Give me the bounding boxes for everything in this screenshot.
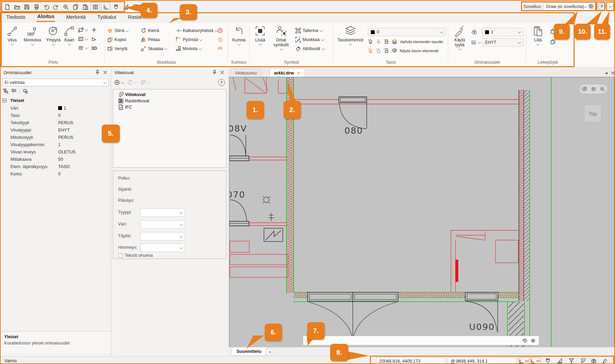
close-document-icon[interactable] xyxy=(610,70,615,76)
tekstit-ohuena-checkbox[interactable] xyxy=(118,253,123,258)
kayta-tyylia-button[interactable]: Käytä tyyliä xyxy=(450,25,469,50)
copy-icon[interactable] xyxy=(71,2,80,11)
vari-select[interactable] xyxy=(140,220,185,229)
tree-item-viitekuvat[interactable]: Viitekuvat xyxy=(118,92,226,98)
hatch-tool-button[interactable] xyxy=(78,35,88,42)
ribbon-collapse-chevron-icon[interactable] xyxy=(607,3,613,9)
erase-style-button[interactable] xyxy=(217,36,223,43)
menu-rasta[interactable]: Rasta xyxy=(127,14,142,22)
property-row[interactable]: Mittakaava50 xyxy=(2,156,109,163)
kopioi-button[interactable]: Kopioi xyxy=(107,36,126,43)
property-row[interactable]: Elem. läpinäkyvyysTASO xyxy=(2,163,109,171)
property-row[interactable]: MitoitustyyliPERUS xyxy=(2,134,109,141)
element-color-select[interactable]: 1 xyxy=(482,28,524,36)
tallenna-symboli-button[interactable]: Tallenna xyxy=(295,27,322,34)
viewcube-top-button[interactable]: Top xyxy=(584,104,601,122)
settings-gear-icon[interactable] xyxy=(587,3,594,10)
sketch-toggle[interactable] xyxy=(600,357,610,364)
property-row[interactable]: Taso0 xyxy=(2,112,109,119)
lisaa-symboli-button[interactable]: Lisää xyxy=(252,25,268,46)
layer-fade-icon[interactable] xyxy=(376,48,381,54)
property-row[interactable]: Väri1 xyxy=(2,104,109,112)
layer-on-icon[interactable] xyxy=(368,39,373,45)
pyorista-button[interactable]: Pyöristä xyxy=(176,36,202,43)
set-square-toggle[interactable] xyxy=(554,357,565,364)
magnet-snap-icon[interactable] xyxy=(111,2,120,11)
peilaa-button[interactable]: Peilaa xyxy=(141,36,159,43)
tasotoiminnot-button[interactable]: Tasotoiminnot xyxy=(335,25,366,46)
magnet-snap-toggle[interactable] xyxy=(543,357,553,364)
help-icon[interactable]: ? xyxy=(218,79,225,86)
liita-button[interactable]: Liitä xyxy=(530,25,546,46)
attach-reference-button[interactable] xyxy=(140,80,149,85)
offset-button[interactable] xyxy=(217,45,223,52)
pin-icon[interactable] xyxy=(212,70,217,75)
refresh-reference-button[interactable] xyxy=(127,80,137,85)
tab-list-icon[interactable] xyxy=(604,70,609,76)
view-settings-icon[interactable] xyxy=(582,86,587,92)
layer-unlock-icon[interactable] xyxy=(384,48,389,54)
layer-lock-icon[interactable] xyxy=(384,39,389,45)
tab-arkki-drw[interactable]: arkki.drw xyxy=(270,69,305,77)
help-icon[interactable]: ? xyxy=(598,3,606,10)
menu-aloitus[interactable]: Aloitus xyxy=(37,13,55,22)
copy-with-basepoint-button[interactable] xyxy=(550,38,556,45)
property-row[interactable]: TekstityyliPERUS xyxy=(2,119,109,127)
delete-element-button[interactable] xyxy=(217,27,223,34)
rgb-color-button[interactable] xyxy=(472,29,477,35)
collapse-group-icon[interactable] xyxy=(2,98,8,103)
zoom-extents-icon[interactable] xyxy=(600,86,605,92)
undo-icon[interactable] xyxy=(42,2,50,11)
pin-icon[interactable] xyxy=(95,70,100,75)
ortho-angle-icon[interactable] xyxy=(101,2,110,11)
nayta-tason-elementit-button[interactable]: Näytä tason elementit xyxy=(400,49,438,53)
3d-view-cube-icon[interactable] xyxy=(591,86,596,92)
siirra-button[interactable]: Siirrä xyxy=(107,27,129,34)
command-history-icon[interactable] xyxy=(522,338,528,343)
kaari-button[interactable]: Kaari xyxy=(62,25,77,46)
grid-snap-toggle[interactable]: 10 xyxy=(518,357,529,364)
filter-toggle[interactable] xyxy=(566,357,576,364)
moniviiva-button[interactable]: Moniviiva xyxy=(21,25,44,46)
save-icon[interactable] xyxy=(22,2,31,11)
property-row[interactable]: Viivan leveysOLETUS xyxy=(2,148,109,156)
layer-highlight-icon[interactable] xyxy=(368,48,373,54)
vaihda-elementin-tasolle-button[interactable]: Vaihda elementin tasolle xyxy=(400,40,443,44)
skaalaa-button[interactable]: Skaalaa xyxy=(141,45,167,52)
point-tool-button[interactable] xyxy=(91,26,97,33)
selection-dropdown[interactable]: Ei valintaa xyxy=(2,79,109,86)
ympyra-button[interactable]: Ympyrä xyxy=(45,25,62,46)
add-sheet-button[interactable]: + xyxy=(266,348,274,355)
zoom-icon[interactable] xyxy=(61,2,70,11)
close-tab-icon[interactable] xyxy=(297,71,301,75)
info-icon[interactable] xyxy=(23,88,28,94)
new-file-icon[interactable] xyxy=(3,2,11,11)
venyta-button[interactable]: Venytä xyxy=(107,45,127,52)
monista-button[interactable]: Monista xyxy=(176,45,202,52)
open-file-icon[interactable] xyxy=(13,2,21,11)
viiva-button[interactable]: Viiva xyxy=(4,25,20,46)
katkaise-button[interactable]: Katkaise/yhdistä xyxy=(176,27,217,34)
snapshot-toggle[interactable] xyxy=(589,357,599,364)
tree-item-ifc[interactable]: IFC xyxy=(118,104,226,110)
application-dropdown[interactable]: Draw (ei sovellusta) xyxy=(543,2,590,11)
sheet-tab-suunnittelu[interactable]: Suunnittelu xyxy=(230,347,267,356)
attribuutit-button[interactable]: Attribuutit xyxy=(295,45,325,52)
highlight-selection-icon[interactable] xyxy=(11,88,17,94)
close-icon[interactable] xyxy=(219,70,225,75)
menu-tiedosto[interactable]: Tiedosto xyxy=(6,14,26,22)
attach-toggle[interactable] xyxy=(577,357,587,364)
command-settings-gear-icon[interactable] xyxy=(530,338,536,343)
polygon-tool-button[interactable] xyxy=(91,35,97,42)
filter-search-icon[interactable] xyxy=(3,88,8,94)
taytot-select[interactable] xyxy=(140,232,185,240)
3d-tool-button[interactable]: 3D xyxy=(91,45,97,52)
layer-select[interactable]: 0 xyxy=(368,28,446,36)
tab-aloitussivu[interactable]: Aloitussivu xyxy=(231,69,261,77)
omat-symbolit-button[interactable]: Omat symbolit xyxy=(270,25,293,50)
menu-tyokalut[interactable]: Työkalut xyxy=(97,14,117,22)
redo-icon[interactable] xyxy=(52,2,60,11)
linetype-select[interactable]: EHYT xyxy=(482,38,524,47)
angle-snap-toggle[interactable]: 90° xyxy=(530,357,541,364)
linestyle-button[interactable] xyxy=(471,39,481,46)
